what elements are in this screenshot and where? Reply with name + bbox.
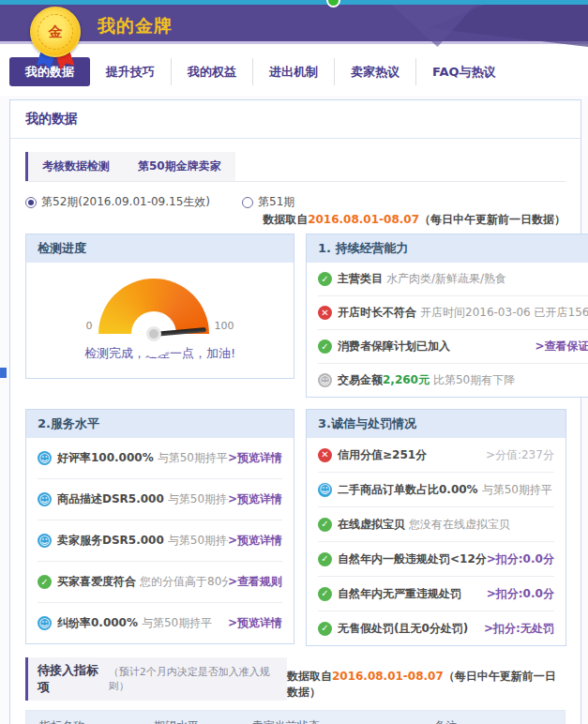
radio-unselected-icon: [242, 197, 253, 208]
col-remark: 备注: [327, 711, 565, 724]
my-data-panel: 我的数据 考核数据检测 第50期金牌卖家 第52期(2016.09.01-09.…: [9, 99, 581, 724]
gauge-max-label: 100: [215, 320, 234, 334]
note-date: 2016.08.01-08.07: [308, 213, 419, 226]
tab-entry-exit[interactable]: 进出机制: [252, 58, 334, 85]
metric-note: 与第50期持平: [168, 533, 228, 549]
deduction-link[interactable]: >扣分:0.0分: [487, 586, 554, 602]
gauge-hub: [146, 326, 161, 341]
metric-row: ✓ 自然年内一般违规处罚<12分 >扣分:0.0分: [318, 541, 554, 576]
cards-row-2: 2.服务水平 ☺ 好评率100.000% 与第50期持平 >预览详情 ☺ 商品描…: [25, 409, 565, 646]
metric-note: 水产肉类/新鲜蔬果/熟食: [386, 271, 506, 287]
progress-gauge: 0 100 检测完成，还差一点，加油!: [26, 263, 294, 378]
check-icon: ✓: [318, 552, 332, 566]
page-banner: 我的金牌 金: [0, 5, 588, 44]
tab-my-benefits[interactable]: 我的权益: [171, 58, 252, 85]
view-deposit-link[interactable]: >查看保证金: [535, 339, 588, 354]
metric-label: 主营类目: [338, 271, 383, 287]
sub-tabs: 考核数据检测 第50期金牌卖家: [25, 152, 565, 182]
col-current-status: 卖家当前状态: [245, 711, 328, 724]
col-expected-level: 期望水平: [108, 711, 244, 724]
metric-note: 与第50期持平: [158, 450, 228, 466]
tab-improve-skills[interactable]: 提升技巧: [90, 58, 171, 85]
page-edge-marker: [0, 368, 7, 378]
cross-icon: ✕: [318, 448, 332, 462]
pending-title: 待接入指标项: [38, 662, 105, 696]
table-header-row: 指标名称 期望水平 卖家当前状态 备注: [26, 711, 565, 724]
metric-row: ✕ 信用分值≥251分 >分值:237分: [318, 438, 554, 472]
gauge-card-title: 检测进度: [26, 234, 294, 263]
metric-label: 好评率100.000%: [57, 450, 154, 466]
radio-label: 第52期(2016.09.01-09.15生效): [41, 194, 210, 210]
browser-top-strip: [0, 0, 588, 5]
metric-row: ☺ 交易金额 2,260元 比第50期有下降: [318, 363, 588, 397]
metric-label: 开店时长不符合: [338, 305, 416, 321]
metric-label: 卖家服务DSR5.000: [57, 533, 164, 549]
subtab-period50-sellers[interactable]: 第50期金牌卖家: [124, 152, 235, 181]
radio-period-52[interactable]: 第52期(2016.09.01-09.15生效): [25, 194, 210, 210]
preview-detail-link[interactable]: >预览详情: [228, 450, 282, 466]
metric-note: 您没有在线虚拟宝贝: [409, 517, 510, 533]
gauge-arc: [98, 279, 209, 334]
check-icon: ✓: [318, 622, 332, 636]
metric-row: ✕ 开店时长不符合 开店时间2016-03-06 已开店156天: [318, 295, 588, 329]
service-card-title: 2.服务水平: [26, 410, 294, 438]
radio-label: 第51期: [258, 194, 294, 210]
service-level-card: 2.服务水平 ☺ 好评率100.000% 与第50期持平 >预览详情 ☺ 商品描…: [25, 409, 294, 644]
gauge-needle: [153, 327, 205, 337]
main-nav-tabs: 我的数据 提升技巧 我的权益 进出机制 卖家热议 FAQ与热议: [0, 44, 588, 96]
smiley-icon: ☺: [38, 451, 52, 465]
smiley-icon: ☺: [318, 483, 332, 497]
check-icon: ✓: [318, 339, 332, 354]
note-prefix: 数据取自: [287, 670, 332, 683]
metric-label: 纠纷率0.000%: [57, 615, 138, 631]
cross-icon: ✕: [318, 306, 332, 320]
metric-row: ☺ 商品描述DSR5.000 与第50期持平 >预览详情: [38, 478, 282, 520]
note-suffix: （每日中午更新前一日数据）: [419, 213, 565, 226]
period-selector: 第52期(2016.09.01-09.15生效) 第51期: [25, 194, 565, 210]
subtab-assessment-check[interactable]: 考核数据检测: [25, 152, 124, 181]
radio-period-51[interactable]: 第51期: [242, 194, 294, 210]
panel-title: 我的数据: [10, 100, 580, 139]
gold-medal-icon: 金: [28, 7, 84, 65]
preview-detail-link[interactable]: >预览详情: [228, 615, 282, 631]
gauge-card: 检测进度 0 100 检测完成，还差一点，加油!: [25, 234, 294, 379]
pending-subtitle: （预计2个月内决定是否加入准入规则）: [109, 665, 276, 693]
preview-detail-link[interactable]: >预览详情: [228, 533, 282, 549]
page-title: 我的金牌: [98, 14, 173, 38]
neutral-face-icon: ☺: [318, 373, 332, 387]
metric-label: 交易金额: [338, 372, 383, 388]
data-source-note: 数据取自2016.08.01-08.07（每日中午更新前一日数据）: [287, 669, 565, 701]
check-icon: ✓: [318, 587, 332, 601]
metric-label: 商品描述DSR5.000: [57, 491, 164, 507]
tab-seller-topics[interactable]: 卖家热议: [334, 58, 415, 85]
ops-ability-card: 1. 持续经营能力 ✓ 主营类目 水产肉类/新鲜蔬果/熟食 ✕ 开店时长不符合 …: [306, 234, 588, 398]
metric-note: 与第50期持平: [142, 615, 212, 631]
metric-row: ✓ 主营类目 水产肉类/新鲜蔬果/熟食: [318, 263, 588, 295]
metric-row: ✓ 买家喜爱度符合 您的分值高于80分 >查看规则: [38, 561, 282, 602]
deduction-link[interactable]: >扣分:0.0分: [487, 551, 554, 567]
metric-label: 在线虚拟宝贝: [338, 517, 405, 533]
integrity-card-title: 3.诚信与处罚情况: [307, 410, 565, 438]
pending-indicators-header: 待接入指标项 （预计2个月内决定是否加入准入规则） 数据取自2016.08.01…: [25, 657, 565, 701]
preview-detail-link[interactable]: >预览详情: [228, 491, 282, 507]
integrity-penalty-card: 3.诚信与处罚情况 ✕ 信用分值≥251分 >分值:237分 ☺ 二手商品订单数…: [306, 409, 566, 646]
view-rules-link[interactable]: >查看规则: [228, 574, 282, 590]
metric-row: ✓ 消费者保障计划已加入 >查看保证金: [318, 329, 588, 363]
check-icon: ✓: [318, 272, 332, 286]
amount-value: 2,260元: [383, 372, 430, 388]
metric-row: ☺ 纠纷率0.000% 与第50期持平 >预览详情: [38, 602, 282, 643]
metric-label: 消费者保障计划已加入: [338, 339, 450, 354]
medal-coin: 金: [30, 7, 81, 57]
metric-note: 您的分值高于80分: [140, 574, 228, 590]
ops-card-title: 1. 持续经营能力: [307, 234, 588, 263]
data-source-note: 数据取自2016.08.01-08.07（每日中午更新前一日数据）: [25, 212, 565, 228]
metric-label: 自然年内无严重违规处罚: [338, 586, 461, 602]
metric-note: 比第50期有下降: [433, 372, 515, 388]
tab-faq[interactable]: FAQ与热议: [415, 58, 512, 85]
metric-label: 买家喜爱度符合: [57, 574, 136, 590]
score-value-link[interactable]: >分值:237分: [486, 447, 554, 463]
deduction-link[interactable]: >扣分:无处罚: [484, 621, 554, 637]
metric-row: ✓ 自然年内无严重违规处罚 >扣分:0.0分: [318, 576, 554, 611]
smiley-icon: ☺: [38, 492, 52, 506]
metric-row: ✓ 无售假处罚(且无0分处罚) >扣分:无处罚: [318, 611, 554, 645]
